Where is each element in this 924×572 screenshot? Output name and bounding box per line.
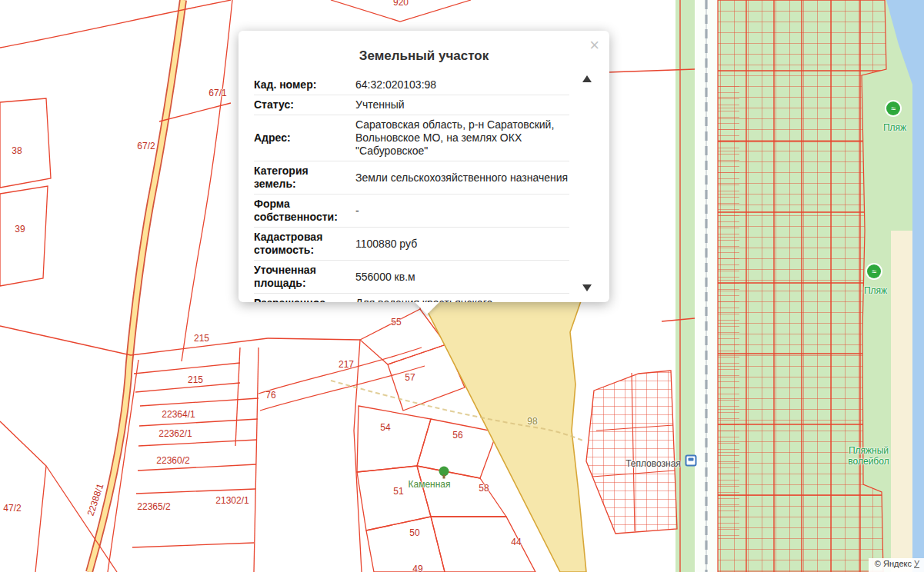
info-row-label: Статус: (254, 98, 355, 111)
info-row-label: Кадастровая стоимость: (254, 231, 355, 257)
info-row: Кад. номер:64:32:020103:98 (254, 75, 569, 95)
info-row-value: 1100880 руб (355, 238, 569, 251)
road-path (89, 0, 183, 572)
info-row: Уточненная площадь:556000 кв.м (254, 261, 569, 294)
info-row-value: 64:32:020103:98 (355, 78, 569, 91)
terms-link[interactable]: У (914, 559, 919, 568)
info-row-value: Для ведения крестьянского (355, 297, 569, 302)
beach-sand-area (891, 231, 914, 572)
info-row-label: Категория земель: (254, 165, 355, 191)
info-row-label: Адрес: (254, 131, 355, 145)
highlighted-parcel[interactable] (422, 297, 586, 572)
popup-title: Земельный участок (239, 31, 609, 64)
scroll-down-arrow[interactable] (582, 284, 592, 291)
info-row-value: - (355, 205, 569, 218)
close-icon[interactable]: × (589, 37, 599, 54)
info-row: РазрешенноеДля ведения крестьянского (254, 294, 569, 302)
info-row: Статус:Учтенный (254, 95, 569, 115)
info-row-value: Земли сельскохозяйственного назначения (355, 171, 569, 185)
info-row-label: Кад. номер: (254, 78, 355, 91)
parcel-info-popup: × Земельный участок Кад. номер:64:32:020… (239, 31, 609, 302)
info-row-label: Разрешенное (254, 297, 355, 302)
map-attribution: © Яндекс У (869, 558, 924, 572)
info-row: Категория земель:Земли сельскохозяйствен… (254, 161, 569, 195)
info-row: Адрес:Саратовская область, р-н Саратовск… (254, 115, 569, 161)
info-row: Форма собственности:- (254, 195, 569, 228)
info-row-label: Уточненная площадь: (254, 264, 355, 290)
info-row-value: Учтенный (355, 98, 569, 111)
copyright-text: © Яндекс (875, 559, 912, 568)
info-row-value: Саратовская область, р-н Саратовский, Во… (355, 118, 569, 158)
popup-rows: Кад. номер:64:32:020103:98Статус:Учтенны… (254, 75, 569, 302)
popup-tail (414, 301, 440, 314)
info-row: Кадастровая стоимость:1100880 руб (254, 228, 569, 261)
info-row-label: Форма собственности: (254, 198, 355, 224)
settlement-grid (586, 371, 677, 534)
info-row-value: 556000 кв.м (355, 271, 569, 284)
scroll-up-arrow[interactable] (582, 75, 592, 82)
